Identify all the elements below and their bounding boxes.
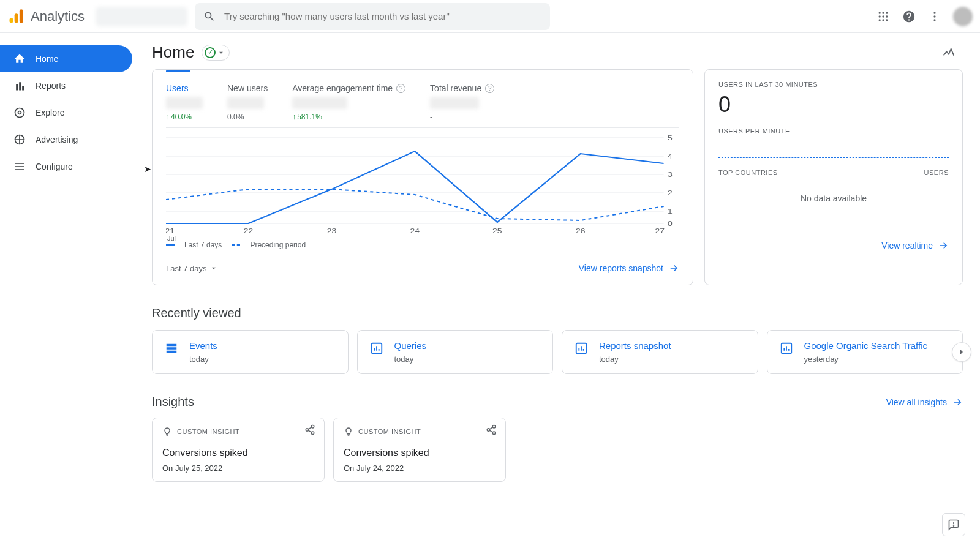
product-name: Analytics — [31, 9, 85, 24]
svg-point-3 — [879, 12, 881, 13]
insight-card[interactable]: CUSTOM INSIGHT Conversions spiked On Jul… — [333, 418, 506, 482]
bar-chart-icon — [573, 340, 589, 356]
avatar[interactable] — [953, 7, 973, 26]
sidebar-item-label: Explore — [36, 108, 64, 118]
svg-text:3: 3 — [668, 171, 673, 178]
rv-card-events[interactable]: Eventstoday — [152, 330, 349, 374]
bar-chart-icon — [369, 340, 385, 356]
sidebar-item-explore[interactable]: Explore — [0, 99, 132, 126]
insight-date: On July 24, 2022 — [344, 463, 496, 473]
rv-card-organic-search[interactable]: Google Organic Search Trafficyesterday — [767, 330, 963, 374]
users-line-chart: 543210 21222324252627 Jul — [166, 132, 679, 236]
realtime-card: USERS IN LAST 30 MINUTES 0 USERS PER MIN… — [704, 69, 963, 285]
metric-delta: ↑ 40.0% — [166, 113, 203, 121]
insight-date: On July 25, 2022 — [162, 463, 314, 473]
metric-value-blurred — [166, 97, 203, 109]
share-icon[interactable] — [304, 424, 315, 435]
rt-upm-sparkline — [718, 140, 949, 158]
series-current — [166, 151, 664, 223]
sidebar-item-label: Advertising — [36, 135, 78, 144]
date-range-picker[interactable]: Last 7 days — [166, 264, 218, 273]
product-logo[interactable]: Analytics — [7, 8, 85, 25]
insight-tag: CUSTOM INSIGHT — [162, 427, 314, 437]
search-icon — [203, 10, 216, 23]
insight-tag: CUSTOM INSIGHT — [344, 427, 496, 437]
lightbulb-icon — [344, 427, 353, 437]
table-icon — [164, 340, 179, 356]
svg-rect-2 — [20, 9, 23, 23]
rt-users-label: USERS IN LAST 30 MINUTES — [718, 81, 949, 88]
svg-point-7 — [882, 15, 884, 17]
svg-point-42 — [311, 432, 314, 435]
chevron-down-icon — [209, 264, 218, 272]
arrow-right-icon — [952, 397, 963, 408]
view-realtime-link[interactable]: View realtime — [881, 240, 949, 251]
insight-card[interactable]: CUSTOM INSIGHT Conversions spiked On Jul… — [152, 418, 325, 482]
search-input[interactable] — [224, 11, 541, 21]
svg-text:2: 2 — [668, 189, 673, 197]
search-box[interactable] — [195, 3, 550, 30]
share-icon[interactable] — [486, 424, 497, 435]
metric-engagement[interactable]: Average engagement time ? ↑ 581.1% — [292, 83, 405, 121]
metric-delta: - — [430, 113, 494, 121]
legend-dashed-icon — [232, 244, 240, 246]
property-selector[interactable] — [96, 7, 187, 26]
svg-text:1: 1 — [668, 208, 673, 215]
feedback-icon — [948, 519, 960, 531]
rv-card-snapshot[interactable]: Reports snapshottoday — [562, 330, 758, 374]
rt-users-count: 0 — [718, 92, 949, 118]
overflow-icon[interactable] — [927, 9, 942, 24]
sidebar-item-reports[interactable]: Reports — [0, 72, 132, 99]
svg-point-10 — [882, 19, 884, 21]
metric-users[interactable]: Users ↑ 40.0% — [166, 83, 203, 121]
sidebar-item-label: Configure — [36, 162, 73, 171]
check-circle-icon: ✓ — [205, 47, 216, 58]
insight-title: Conversions spiked — [344, 448, 496, 459]
bar-chart-icon — [778, 340, 794, 356]
rv-next-button[interactable] — [952, 342, 971, 362]
rt-top-countries-label: TOP COUNTRIES — [718, 169, 778, 176]
bar-chart-icon — [13, 80, 26, 92]
sidebar-item-advertising[interactable]: Advertising — [0, 126, 132, 153]
svg-text:4: 4 — [668, 152, 673, 160]
sidebar-item-configure[interactable]: Configure — [0, 153, 132, 180]
insights-title: Insights — [152, 395, 194, 409]
insight-title: Conversions spiked — [162, 448, 314, 459]
chevron-right-icon — [957, 347, 967, 357]
overview-card: Users ↑ 40.0% New users 0.0% Average eng… — [152, 69, 693, 285]
svg-point-40 — [311, 425, 314, 429]
svg-text:27: 27 — [655, 227, 665, 234]
sidebar-item-home[interactable]: Home — [0, 45, 132, 72]
view-reports-snapshot-link[interactable]: View reports snapshot — [579, 263, 679, 274]
insights-spark-icon[interactable] — [942, 46, 956, 59]
feedback-button[interactable] — [942, 513, 965, 536]
recently-viewed-title: Recently viewed — [152, 306, 963, 320]
metric-value-blurred — [292, 97, 347, 109]
x-axis-month: Jul — [167, 234, 679, 242]
svg-point-13 — [933, 15, 935, 17]
help-icon[interactable]: ? — [485, 84, 494, 93]
apps-icon[interactable] — [876, 9, 891, 24]
active-tab-indicator — [166, 70, 190, 72]
help-icon[interactable]: ? — [396, 84, 405, 93]
arrow-right-icon — [938, 240, 949, 251]
svg-text:5: 5 — [668, 134, 673, 141]
help-icon[interactable] — [902, 9, 916, 24]
home-icon — [13, 53, 26, 65]
status-chip[interactable]: ✓ — [202, 45, 230, 61]
arrow-right-icon — [668, 263, 679, 274]
view-all-insights-link[interactable]: View all insights — [886, 397, 963, 408]
rt-no-data: No data available — [718, 193, 949, 203]
insights-row: CUSTOM INSIGHT Conversions spiked On Jul… — [152, 418, 963, 482]
rv-card-queries[interactable]: Queriestoday — [357, 330, 554, 374]
rt-users-col: USERS — [924, 169, 949, 176]
svg-point-45 — [492, 432, 496, 435]
metric-new-users[interactable]: New users 0.0% — [227, 83, 268, 121]
metric-value-blurred — [430, 97, 479, 109]
main-content: Home ✓ Users ↑ 40.0% — [135, 33, 980, 551]
svg-text:23: 23 — [327, 227, 337, 234]
svg-point-9 — [879, 19, 881, 21]
sidebar-item-label: Reports — [36, 81, 66, 91]
svg-point-12 — [933, 12, 935, 13]
metric-revenue[interactable]: Total revenue ? - — [430, 83, 494, 121]
